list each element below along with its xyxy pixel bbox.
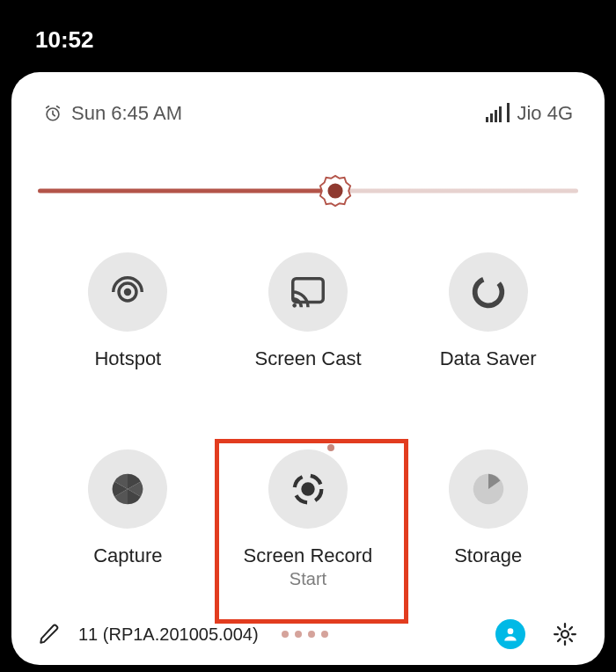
tile-data-saver[interactable]: Data Saver [407, 252, 569, 370]
slider-thumb[interactable] [319, 174, 352, 208]
tile-label: Capture [93, 544, 162, 567]
status-bar: Sun 6:45 AM Jio 4G [38, 99, 578, 125]
tile-label: Storage [454, 544, 522, 567]
alarm-icon [43, 104, 62, 123]
svg-point-2 [124, 289, 131, 296]
carrier-text: Jio 4G [517, 102, 573, 125]
svg-point-1 [327, 183, 342, 198]
tile-label: Screen Cast [254, 347, 361, 370]
tile-screen-cast[interactable]: Screen Cast [227, 252, 390, 370]
svg-point-10 [508, 628, 514, 634]
tile-label: Hotspot [94, 347, 161, 370]
tile-label: Data Saver [440, 347, 537, 370]
screen-cast-icon [268, 252, 348, 332]
alarm-time-text: Sun 6:45 AM [71, 102, 182, 125]
tile-screen-record[interactable]: Screen Record Start [227, 449, 390, 589]
brightness-slider[interactable] [38, 173, 578, 208]
version-text: 11 (RP1A.201005.004) [78, 625, 259, 645]
device-clock: 10:52 [35, 26, 94, 54]
page-indicator [282, 631, 328, 638]
svg-point-11 [561, 631, 568, 638]
quick-settings-panel: Sun 6:45 AM Jio 4G Hotspot Screen Ca [11, 72, 605, 665]
indicator-dot [327, 444, 334, 451]
tile-capture[interactable]: Capture [47, 449, 209, 589]
settings-icon[interactable] [552, 621, 578, 647]
tile-storage[interactable]: Storage [407, 449, 569, 589]
tile-hotspot[interactable]: Hotspot [47, 252, 209, 370]
screen-record-icon [268, 449, 348, 529]
tiles-grid: Hotspot Screen Cast Data Saver Capture [38, 252, 578, 589]
data-saver-icon [449, 252, 528, 332]
bottom-bar: 11 (RP1A.201005.004) [38, 619, 578, 649]
svg-point-7 [301, 482, 314, 495]
capture-icon [88, 449, 167, 529]
svg-point-5 [292, 303, 297, 308]
storage-icon [449, 449, 528, 529]
svg-point-6 [469, 273, 507, 310]
tile-label: Screen Record [244, 544, 373, 567]
tile-sublabel: Start [290, 569, 326, 589]
edit-icon[interactable] [38, 623, 61, 646]
slider-track [38, 189, 578, 194]
user-avatar[interactable] [495, 619, 525, 649]
signal-icon [486, 105, 510, 122]
hotspot-icon [88, 252, 167, 332]
